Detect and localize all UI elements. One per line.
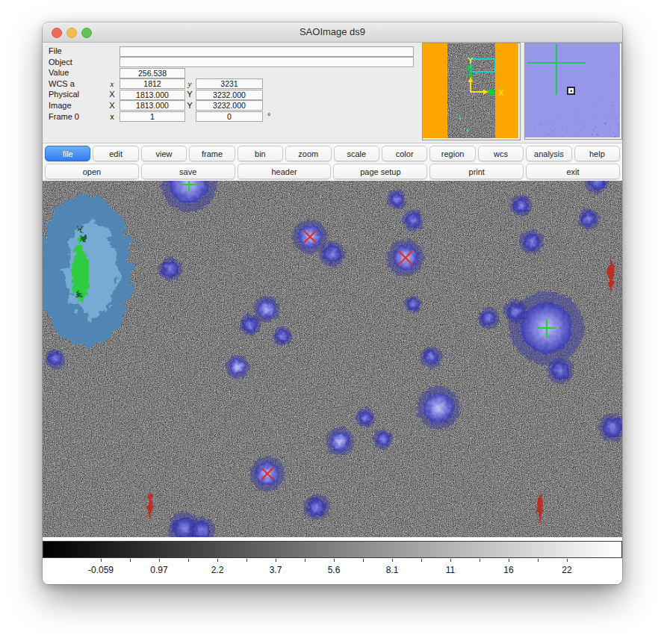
- colorbar-label: 8.1: [386, 565, 399, 575]
- magnifier[interactable]: [524, 43, 622, 140]
- colorbar-tick: [450, 559, 451, 562]
- file-field[interactable]: [120, 46, 414, 57]
- window-title: SAOImage ds9: [43, 26, 622, 37]
- physical-y-label: Y: [186, 90, 193, 99]
- star-field[interactable]: [43, 181, 622, 537]
- star-blob: [273, 326, 292, 346]
- image-y-label: Y: [186, 101, 193, 110]
- colorbar-tick: [217, 559, 218, 562]
- menu-view[interactable]: view: [141, 146, 187, 161]
- colorbar-tick: [276, 559, 276, 562]
- colorbar-label: 11: [446, 565, 455, 575]
- value-field[interactable]: 256.538: [120, 68, 185, 78]
- colorbar-tick: [159, 559, 160, 562]
- star-blob: [226, 355, 249, 379]
- image-x-label: X: [108, 101, 116, 110]
- frame-zoom-field[interactable]: 1: [120, 111, 185, 122]
- colorbar-tick: [305, 559, 305, 562]
- star-blob: [578, 208, 600, 230]
- object-label: Object: [49, 58, 72, 66]
- menu-analysis[interactable]: analysis: [526, 146, 571, 161]
- panner-canvas[interactable]: Y N E X: [423, 43, 518, 138]
- menu-save[interactable]: save: [141, 164, 235, 179]
- compass-x-label: X: [498, 88, 504, 97]
- wcs-x-field[interactable]: 1812: [120, 78, 185, 89]
- colorbar-tick: [421, 559, 422, 562]
- star-blob: [511, 195, 533, 217]
- star-blob: [356, 408, 375, 427]
- colorbar-gradient[interactable]: [43, 541, 622, 558]
- image-y-field[interactable]: 3232.000: [196, 100, 263, 111]
- star-blob: [320, 241, 346, 267]
- menu-color[interactable]: color: [382, 146, 427, 161]
- colorbar-tick: [334, 559, 335, 562]
- menu-wcs[interactable]: wcs: [478, 146, 524, 161]
- menu-exit[interactable]: exit: [526, 164, 620, 179]
- value-row: Value 256.538: [43, 67, 420, 78]
- magnifier-cursor: [568, 87, 574, 94]
- star-blob: [421, 347, 442, 368]
- star-blob: [240, 315, 261, 336]
- menu-strip: file edit view frame bin zoom scale colo…: [43, 143, 622, 181]
- star-blob: [326, 427, 354, 456]
- colorbar-tick: [130, 559, 131, 562]
- menu-page-setup[interactable]: page setup: [333, 164, 427, 179]
- menu-scale[interactable]: scale: [334, 146, 379, 161]
- wcs-y-label: y: [186, 79, 193, 88]
- menu-header[interactable]: header: [238, 164, 332, 179]
- image-row: Image X 1813.000 Y 3232.000: [43, 100, 420, 111]
- menu-open[interactable]: open: [45, 164, 139, 179]
- frame-rotation-field[interactable]: 0: [196, 111, 263, 122]
- menu-zoom[interactable]: zoom: [285, 146, 331, 161]
- panner[interactable]: Y N E X: [422, 43, 521, 140]
- menu-frame[interactable]: frame: [189, 146, 235, 161]
- physical-y-field[interactable]: 3232.000: [196, 90, 263, 100]
- info-panel: File Object Value 256.538 WCS a x 1812 y…: [43, 43, 622, 143]
- image-x-field[interactable]: 1813.000: [120, 100, 185, 111]
- file-label: File: [49, 46, 62, 55]
- coordinate-readout: File Object Value 256.538 WCS a x 1812 y…: [43, 46, 420, 122]
- colorbar-label: 16: [503, 565, 513, 575]
- menu-row-1: file edit view frame bin zoom scale colo…: [43, 146, 622, 161]
- compass-e-label: E: [489, 88, 494, 97]
- image-frame[interactable]: [43, 181, 622, 537]
- star-blob: [373, 430, 393, 449]
- physical-x-label: X: [108, 90, 116, 99]
- titlebar[interactable]: SAOImage ds9: [43, 22, 622, 43]
- menu-file[interactable]: file: [45, 146, 90, 161]
- wcs-label: WCS a: [49, 79, 75, 88]
- star-blob: [158, 257, 182, 281]
- physical-label: Physical: [49, 90, 79, 99]
- frame-label: Frame 0: [49, 112, 79, 121]
- star-blob: [46, 349, 65, 368]
- value-label: Value: [49, 68, 69, 77]
- compass-n-label: N: [467, 64, 473, 72]
- colorbar-tick: [101, 559, 102, 562]
- physical-row: Physical X 1813.000 Y 3232.000: [43, 89, 420, 100]
- physical-x-field[interactable]: 1813.000: [120, 90, 185, 100]
- menu-print[interactable]: print: [429, 164, 524, 179]
- object-field[interactable]: [120, 57, 414, 67]
- colorbar-label: -0.059: [88, 565, 114, 575]
- degree-symbol: °: [267, 111, 270, 120]
- colorbar-tick: [392, 559, 393, 562]
- menu-edit[interactable]: edit: [93, 146, 138, 161]
- wcs-y-field[interactable]: 3231: [196, 78, 263, 89]
- star-blob: [387, 190, 406, 209]
- menu-region[interactable]: region: [429, 146, 475, 161]
- colorbar-tick: [567, 559, 568, 562]
- file-row: File: [43, 46, 420, 57]
- frame-row: Frame 0 x 1 0 °: [43, 111, 420, 123]
- colorbar-tick: [509, 559, 509, 562]
- star-blob: [404, 295, 421, 312]
- image-label: Image: [49, 101, 72, 110]
- colorbar-tick: [538, 559, 539, 562]
- colorbar-label: 0.97: [150, 565, 167, 575]
- magnifier-canvas[interactable]: [525, 43, 620, 137]
- ds9-window: SAOImage ds9 File Object Value 256.538 W…: [43, 22, 622, 584]
- colorbar-tick: [246, 559, 247, 562]
- star-blob: [417, 386, 460, 430]
- menu-help[interactable]: help: [574, 146, 620, 161]
- wcs-row: WCS a x 1812 y 3231: [43, 78, 420, 90]
- menu-bin[interactable]: bin: [238, 146, 283, 161]
